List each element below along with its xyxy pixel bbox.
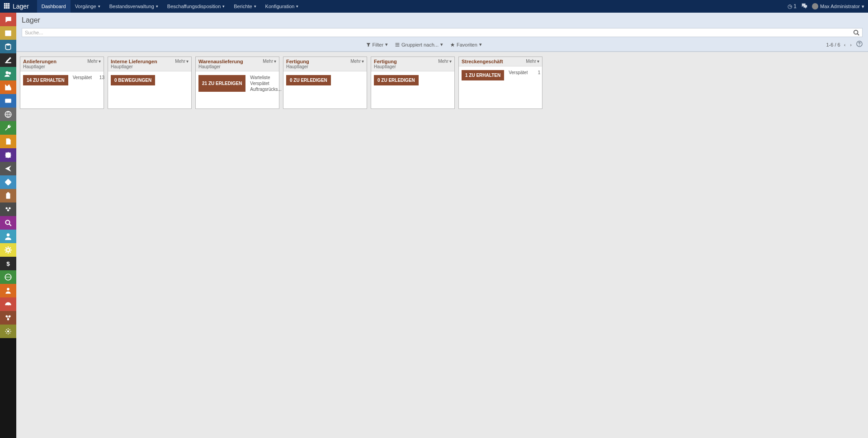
card-header: FertigungHauptlagerMehr▾ <box>283 57 367 71</box>
search-icon[interactable] <box>851 28 862 37</box>
card-more-button[interactable]: Mehr▾ <box>263 59 276 64</box>
caret-down-icon: ▾ <box>99 59 101 64</box>
caret-down-icon: ▾ <box>440 42 443 47</box>
chat-icon[interactable] <box>801 3 807 10</box>
nav-bestandsverwaltung[interactable]: Bestandsverwaltung▾ <box>105 0 163 13</box>
groupby-button[interactable]: Gruppiert nach... ▾ <box>395 42 443 47</box>
card-action-button[interactable]: 14 ZU ERHALTEN <box>23 75 68 85</box>
caret-down-icon: ▾ <box>479 42 482 47</box>
svg-rect-38 <box>396 44 400 45</box>
card-more-button[interactable]: Mehr▾ <box>438 59 452 64</box>
card-stat-row[interactable]: Verspätet1 <box>509 70 540 75</box>
svg-rect-7 <box>6 7 8 9</box>
rail-messaging-icon[interactable] <box>0 13 16 26</box>
caret-down-icon: ▾ <box>98 4 100 9</box>
rail-data-icon[interactable] <box>0 40 16 53</box>
nav-label: Dashboard <box>42 4 66 9</box>
topnav-right: ◷ 1 Max Administrator ▾ <box>788 3 864 10</box>
nav-konfiguration[interactable]: Konfiguration▾ <box>261 0 303 13</box>
help-icon[interactable] <box>856 41 863 48</box>
card-action-button[interactable]: 1 ZU ERHALTEN <box>462 70 504 80</box>
nav-beschaffungsdisposition[interactable]: Beschaffungsdisposition▾ <box>163 0 229 13</box>
card-stat-label: Auftragsrücks... <box>250 87 281 92</box>
card-more-button[interactable]: Mehr▾ <box>350 59 364 64</box>
card-more-button[interactable]: Mehr▾ <box>526 59 539 64</box>
card-action-button[interactable]: 0 ZU ERLEDIGEN <box>286 75 331 85</box>
filter-button[interactable]: Filter ▾ <box>366 42 388 47</box>
rail-calendar-icon[interactable] <box>0 26 16 40</box>
pager: 1-6 / 6 ‹ › <box>826 42 853 47</box>
svg-line-36 <box>858 34 859 36</box>
card-header: Interne LieferungenHauptlagerMehr▾ <box>108 57 191 71</box>
card-title[interactable]: Warenauslieferung <box>198 59 243 64</box>
card-body: 21 ZU ERLEDIGENWarteliste16Verspätet37Au… <box>196 71 279 95</box>
card-stat-label: Verspätet <box>250 81 269 86</box>
svg-rect-6 <box>4 7 6 9</box>
nav-label: Vorgänge <box>75 4 96 9</box>
card-title[interactable]: Interne Lieferungen <box>111 59 157 64</box>
nav-dashboard[interactable]: Dashboard <box>37 0 71 13</box>
apps-grid-icon[interactable] <box>4 3 10 10</box>
svg-point-35 <box>854 30 858 34</box>
rail-analytics-icon[interactable] <box>0 80 16 94</box>
clock-icon[interactable]: ◷ 1 <box>788 3 797 9</box>
rail-notes-icon[interactable] <box>0 53 16 67</box>
card-stat-value: 1 <box>532 70 540 75</box>
card-header: FertigungHauptlagerMehr▾ <box>371 57 454 71</box>
app-rail: $ <box>0 13 16 113</box>
svg-rect-15 <box>5 100 11 101</box>
nav-label: Beschaffungsdisposition <box>167 4 221 9</box>
search-input[interactable] <box>22 28 863 37</box>
topnav-menu: DashboardVorgänge▾Bestandsverwaltung▾Bes… <box>37 0 303 13</box>
svg-rect-0 <box>4 3 6 5</box>
card-title[interactable]: Fertigung <box>374 59 397 64</box>
rail-payments-icon[interactable] <box>0 94 16 108</box>
card-body: 0 ZU ERLEDIGEN <box>371 71 454 89</box>
svg-point-11 <box>5 43 10 46</box>
card-more-label: Mehr <box>175 59 185 64</box>
card-more-button[interactable]: Mehr▾ <box>175 59 189 64</box>
card-stat-label: Verspätet <box>73 75 92 80</box>
toolbar-right: 1-6 / 6 ‹ › <box>826 41 863 48</box>
caret-down-icon: ▾ <box>222 4 225 9</box>
favorites-button[interactable]: Favoriten ▾ <box>450 42 482 47</box>
pager-next-icon[interactable]: › <box>849 42 853 47</box>
kanban-card: WarenauslieferungHauptlagerMehr▾21 ZU ER… <box>195 57 279 109</box>
caret-down-icon: ▾ <box>362 59 364 64</box>
groupby-label: Gruppiert nach... <box>401 42 439 47</box>
card-more-label: Mehr <box>438 59 448 64</box>
nav-vorgänge[interactable]: Vorgänge▾ <box>71 0 105 13</box>
card-title[interactable]: Streckengeschäft <box>462 59 503 64</box>
subheader: Lager Filter ▾ Gruppiert nach... ▾ <box>16 13 868 52</box>
user-name: Max Administrator <box>820 4 860 9</box>
card-more-label: Mehr <box>263 59 273 64</box>
card-stat-row[interactable]: Verspätet13 <box>73 75 104 80</box>
svg-point-41 <box>859 45 859 46</box>
toolbar: Filter ▾ Gruppiert nach... ▾ Favoriten ▾… <box>16 39 868 52</box>
rail-globe-icon[interactable] <box>0 108 16 113</box>
kanban-card: Interne LieferungenHauptlagerMehr▾0 BEWE… <box>108 57 192 109</box>
svg-point-13 <box>9 72 11 75</box>
card-more-button[interactable]: Mehr▾ <box>87 59 101 64</box>
card-subtitle: Hauptlager <box>111 64 157 69</box>
caret-down-icon: ▾ <box>449 59 452 64</box>
user-menu[interactable]: Max Administrator ▾ <box>812 3 864 9</box>
card-stat-label: Warteliste <box>250 75 270 80</box>
card-more-label: Mehr <box>350 59 361 64</box>
card-header: AnlieferungenHauptlagerMehr▾ <box>20 57 104 71</box>
card-stat-label: Verspätet <box>509 70 528 75</box>
card-title[interactable]: Anlieferungen <box>23 59 57 64</box>
avatar-icon <box>812 3 818 9</box>
nav-label: Bestandsverwaltung <box>109 4 154 9</box>
pager-prev-icon[interactable]: ‹ <box>843 42 847 47</box>
rail-contacts-icon[interactable] <box>0 67 16 80</box>
kanban-card: AnlieferungenHauptlagerMehr▾14 ZU ERHALT… <box>20 57 104 109</box>
caret-down-icon: ▾ <box>385 42 388 47</box>
card-title[interactable]: Fertigung <box>286 59 309 64</box>
card-action-button[interactable]: 21 ZU ERLEDIGEN <box>198 75 245 92</box>
caret-down-icon: ▾ <box>274 59 276 64</box>
card-action-button[interactable]: 0 BEWEGUNGEN <box>111 75 155 85</box>
nav-label: Berichte <box>234 4 252 9</box>
card-action-button[interactable]: 0 ZU ERLEDIGEN <box>374 75 419 85</box>
nav-berichte[interactable]: Berichte▾ <box>229 0 260 13</box>
